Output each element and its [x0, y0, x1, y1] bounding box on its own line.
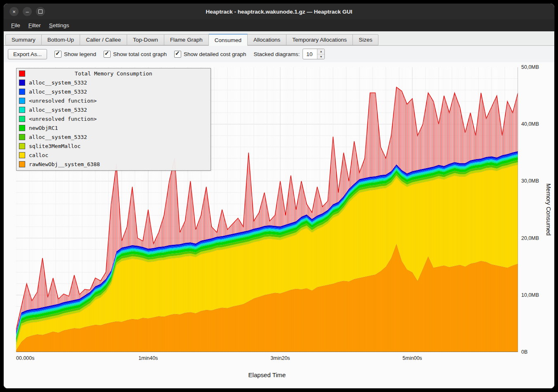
stacked-diagrams-group: Stacked diagrams: 10 ▲ ▼ [254, 49, 325, 59]
legend-item: calloc [17, 150, 210, 160]
spinbox-value[interactable]: 10 [303, 49, 317, 59]
tab-sizes[interactable]: Sizes [353, 34, 378, 45]
checkbox-icon[interactable] [54, 51, 61, 58]
chart-legend: Total Memory Consumption alloc__system_5… [16, 68, 211, 171]
menu-filter[interactable]: Filter [24, 19, 45, 31]
legend-label: rawNewObj__system_6388 [29, 161, 100, 167]
tab-top-down[interactable]: Top-Down [127, 34, 164, 45]
tab-temporary-allocations[interactable]: Temporary Allocations [286, 34, 353, 45]
legend-label: alloc__system_5332 [29, 80, 87, 86]
tab-allocations[interactable]: Allocations [248, 34, 286, 45]
legend-label: <unresolved function> [29, 116, 97, 122]
x-tick-label: 00.000s [16, 355, 34, 361]
checkbox-label: Show legend [64, 51, 96, 57]
tab-summary[interactable]: Summary [5, 34, 42, 45]
menubar: File Filter Settings [4, 19, 554, 31]
tab-caller-callee[interactable]: Caller / Callee [80, 34, 127, 45]
legend-label: sqlite3MemMalloc [29, 143, 80, 149]
legend-label: <unresolved function> [29, 98, 97, 104]
close-button[interactable]: × [9, 7, 19, 16]
y-tick-label: 0B [521, 349, 527, 355]
x-tick-label: 5min00s [402, 355, 422, 361]
legend-swatch [19, 143, 25, 149]
tab-consumed[interactable]: Consumed [209, 34, 248, 46]
legend-item: alloc__system_5332 [17, 87, 210, 96]
legend-item: alloc__system_5332 [17, 78, 210, 87]
checkbox-label: Show detailed cost graph [184, 51, 246, 57]
legend-swatch [19, 125, 25, 131]
window-controls: × – [9, 7, 45, 16]
y-tick-label: 30,0MB [521, 178, 539, 184]
x-axis-labels: 00.000s1min40s3min20s5min00s [16, 355, 518, 363]
legend-swatch [19, 152, 25, 158]
stacked-diagrams-spinbox[interactable]: 10 ▲ ▼ [303, 49, 325, 59]
legend-item: sqlite3MemMalloc [17, 141, 210, 150]
y-tick-label: 40,0MB [521, 121, 539, 127]
export-as-button[interactable]: Export As... [8, 49, 47, 59]
show-detailed-cost-graph-checkbox[interactable]: Show detailed cost graph [174, 51, 246, 58]
spinbox-down-icon[interactable]: ▼ [317, 54, 324, 59]
checkbox-label: Show total cost graph [113, 51, 167, 57]
legend-label: calloc [29, 152, 48, 158]
legend-item: alloc__system_5332 [17, 105, 210, 114]
stacked-diagrams-label: Stacked diagrams: [254, 51, 300, 57]
show-legend-checkbox[interactable]: Show legend [54, 51, 96, 58]
legend-item: <unresolved function> [17, 96, 210, 105]
legend-swatch [19, 98, 25, 104]
legend-items: alloc__system_5332alloc__system_5332<unr… [17, 78, 210, 169]
y-tick-label: 20,0MB [521, 235, 539, 241]
y-axis-title: Memory Consumed [545, 62, 552, 357]
legend-item: newObjRC1 [17, 123, 210, 132]
chart-region: Total Memory Consumption alloc__system_5… [4, 62, 554, 388]
legend-swatch [19, 134, 25, 140]
maximize-button[interactable] [36, 7, 45, 16]
menu-settings[interactable]: Settings [45, 19, 73, 31]
legend-swatch [19, 89, 25, 95]
x-tick-label: 3min20s [270, 355, 290, 361]
x-axis-title: Elapsed Time [16, 371, 518, 378]
legend-swatch [19, 107, 25, 113]
legend-label: alloc__system_5332 [29, 89, 87, 95]
legend-label: newObjRC1 [29, 125, 58, 131]
window-title: Heaptrack - heaptrack.wakunode.1.gz — He… [4, 9, 554, 15]
spinbox-arrows: ▲ ▼ [317, 49, 324, 59]
legend-title-swatch [19, 70, 25, 77]
y-tick-label: 10,0MB [521, 292, 539, 298]
legend-swatch [19, 80, 25, 86]
legend-swatch [19, 116, 25, 122]
show-total-cost-graph-checkbox[interactable]: Show total cost graph [104, 51, 167, 58]
spinbox-up-icon[interactable]: ▲ [317, 49, 324, 54]
checkbox-icon[interactable] [104, 51, 111, 58]
toolbar: Export As... Show legend Show total cost… [4, 46, 554, 62]
y-tick-label: 50,0MB [521, 64, 539, 70]
menu-file[interactable]: File [7, 19, 24, 31]
tab-bar: Summary Bottom-Up Caller / Callee Top-Do… [4, 31, 554, 46]
legend-item: <unresolved function> [17, 114, 210, 123]
titlebar[interactable]: × – Heaptrack - heaptrack.wakunode.1.gz … [4, 4, 554, 19]
legend-swatch [19, 161, 25, 167]
app-window: × – Heaptrack - heaptrack.wakunode.1.gz … [3, 3, 555, 389]
legend-title: Total Memory Consumption [19, 70, 208, 77]
maximize-icon [38, 9, 43, 14]
checkbox-icon[interactable] [174, 51, 181, 58]
x-tick-label: 1min40s [138, 355, 158, 361]
legend-item: alloc__system_5332 [17, 132, 210, 141]
minimize-button[interactable]: – [23, 7, 32, 16]
legend-label: alloc__system_5332 [29, 134, 87, 140]
tab-bottom-up[interactable]: Bottom-Up [42, 34, 80, 45]
legend-title-row: Total Memory Consumption [17, 69, 210, 78]
tab-flame-graph[interactable]: Flame Graph [164, 34, 209, 45]
legend-item: rawNewObj__system_6388 [17, 160, 210, 169]
legend-label: alloc__system_5332 [29, 107, 87, 113]
y-axis-labels: 0B10,0MB20,0MB30,0MB40,0MB50,0MB [520, 67, 542, 352]
